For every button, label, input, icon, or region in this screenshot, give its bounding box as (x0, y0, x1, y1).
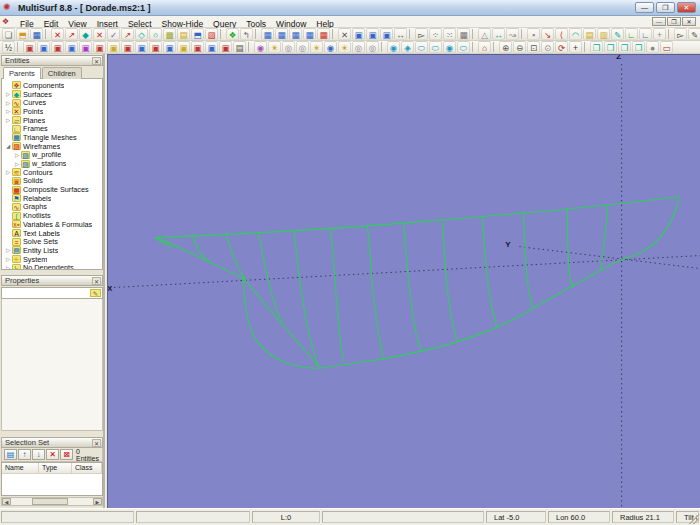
properties-edit-icon[interactable]: ✎ (90, 289, 101, 297)
view-2-icon[interactable]: ▦ (275, 28, 288, 40)
view-bottom-icon[interactable]: ⬭ (429, 41, 442, 53)
angle-icon[interactable]: ⟨ (555, 28, 568, 40)
pen-icon[interactable]: ✎ (688, 28, 700, 40)
rotate-view-icon[interactable]: ⟳ (555, 41, 568, 53)
snap-fine-icon[interactable]: ⁙ (443, 28, 456, 40)
show-children-icon[interactable]: ☀ (338, 41, 351, 53)
curvature-icon[interactable]: ↝ (506, 28, 519, 40)
expander-icon[interactable]: ▷ (13, 152, 21, 158)
insert-point-icon[interactable]: ▣ (23, 41, 36, 53)
view-5-icon[interactable]: ▦ (317, 28, 330, 40)
menu-file[interactable]: File (15, 19, 39, 29)
units-icon[interactable]: ½ (2, 41, 15, 53)
circle-tool-icon[interactable]: ○ (149, 28, 162, 40)
scroll-thumb[interactable] (32, 498, 68, 505)
tree-item-entity-lists[interactable]: ▷▤Entity Lists (2, 246, 102, 255)
home-view-icon[interactable]: ⌂ (478, 41, 491, 53)
surface-tool-icon[interactable]: ◆ (79, 28, 92, 40)
hide-other-icon[interactable]: ◎ (366, 41, 379, 53)
insert-bcurve-icon[interactable]: ▣ (51, 41, 64, 53)
clear-all-icon[interactable]: ⊠ (60, 449, 73, 460)
view-top-icon[interactable]: ⬭ (415, 41, 428, 53)
expander-icon[interactable]: ▷ (4, 91, 12, 97)
select-cursor-icon[interactable]: ▻ (415, 28, 428, 40)
move-up-icon[interactable]: ↑ (18, 449, 31, 460)
frame-icon[interactable]: ∟ (639, 28, 652, 40)
expander-icon[interactable]: ▷ (13, 161, 21, 167)
resize-grip[interactable] (689, 514, 699, 524)
blend-icon[interactable]: ▪ (527, 28, 540, 40)
column-name[interactable]: Name (2, 463, 39, 473)
menu-show-hide[interactable]: Show-Hide (157, 19, 209, 29)
expander-icon[interactable]: ▷ (4, 169, 12, 175)
tree-item-graphs[interactable]: ∿Graphs (2, 203, 102, 212)
tree-item-curves[interactable]: ▷∿Curves (2, 98, 102, 107)
child-minimize-button[interactable]: — (652, 17, 666, 26)
hide-sel-icon[interactable]: ◎ (352, 41, 365, 53)
new-window-icon[interactable]: ❐ (590, 41, 603, 53)
hide-all-icon[interactable]: ◎ (296, 41, 309, 53)
axes-icon[interactable]: ∟ (625, 28, 638, 40)
show-parents-icon[interactable]: ◉ (324, 41, 337, 53)
insert-ruled-icon[interactable]: ▣ (107, 41, 120, 53)
tree-item-variables-formulas[interactable]: X=Variables & Formulas (2, 220, 102, 229)
distance-icon[interactable]: ↔ (492, 28, 505, 40)
tree-item-surfaces[interactable]: ▷◆Surfaces (2, 90, 102, 99)
move-down-icon[interactable]: ↓ (32, 449, 45, 460)
tree-item-w-profile[interactable]: ▷▨w_profile (2, 151, 102, 160)
column-class[interactable]: Class (72, 463, 102, 473)
menu-select[interactable]: Select (123, 19, 157, 29)
tree-item-w-stations[interactable]: ▷▨w_stations (2, 159, 102, 168)
menu-edit[interactable]: Edit (39, 19, 64, 29)
selection-hscrollbar[interactable]: ◀ ▶ (1, 497, 103, 506)
insert-tube-icon[interactable]: ▣ (177, 41, 190, 53)
tree-item-components[interactable]: ❖Components (2, 81, 102, 90)
magnet-tool-icon[interactable]: ✓ (107, 28, 120, 40)
insert-surf-icon[interactable]: ▣ (93, 41, 106, 53)
insert-loft-icon[interactable]: ▣ (135, 41, 148, 53)
close-window-icon[interactable]: ▭ (660, 41, 673, 53)
insert-snake-icon[interactable]: ▣ (79, 41, 92, 53)
menu-window[interactable]: Window (271, 19, 311, 29)
move-icon[interactable]: ↔ (394, 28, 407, 40)
menu-view[interactable]: View (63, 19, 91, 29)
tree-item-no-dependents[interactable]: ▷↳No Dependents (2, 263, 102, 270)
view-persp-icon[interactable]: ◉ (443, 41, 456, 53)
frame-tool-icon[interactable]: ▤ (177, 28, 190, 40)
tree-item-points[interactable]: ▷✕Points (2, 107, 102, 116)
column-type[interactable]: Type (39, 463, 72, 473)
expander-icon[interactable]: ▷ (4, 265, 12, 270)
expander-icon[interactable]: ▷ (4, 256, 12, 262)
insert-sweep-icon[interactable]: ▣ (163, 41, 176, 53)
view-1-icon[interactable]: ▦ (261, 28, 274, 40)
bead-tool-icon[interactable]: ✕ (93, 28, 106, 40)
mesh-tool-icon[interactable]: ▩ (163, 28, 176, 40)
tree-item-knotlists[interactable]: ∫Knotlists (2, 211, 102, 220)
print-icon[interactable]: ▤ (233, 41, 246, 53)
show-all-icon[interactable]: ◉ (254, 41, 267, 53)
menu-insert[interactable]: Insert (92, 19, 123, 29)
insert-rev-icon[interactable]: ▣ (121, 41, 134, 53)
hide-icon[interactable]: ◎ (282, 41, 295, 53)
sphere-view-icon[interactable]: ● (646, 41, 659, 53)
insert-fillet-icon[interactable]: ▣ (191, 41, 204, 53)
copy-icon[interactable]: ▣ (352, 28, 365, 40)
edit-icon[interactable]: ✎ (611, 28, 624, 40)
open-file-icon[interactable]: ⬒ (16, 28, 29, 40)
scroll-left-icon[interactable]: ◀ (2, 498, 11, 505)
tile-vert-icon[interactable]: ❐ (632, 41, 645, 53)
scroll-right-icon[interactable]: ▶ (93, 498, 102, 505)
point-tool-icon[interactable]: ✕ (51, 28, 64, 40)
crosshair-icon[interactable]: + (653, 28, 666, 40)
tree-item-text-labels[interactable]: AText Labels (2, 229, 102, 238)
tree-item-composite-surfaces[interactable]: ▦Composite Surfaces (2, 185, 102, 194)
tree-item-relabels[interactable]: ⚑Relabels (2, 194, 102, 203)
back-icon[interactable]: ↰ (240, 28, 253, 40)
viewport[interactable]: XYZ (107, 54, 700, 508)
tree-item-wireframes[interactable]: ◢▨Wireframes (2, 142, 102, 151)
pan-icon[interactable]: + (569, 41, 582, 53)
tree-item-frames[interactable]: ∟Frames (2, 124, 102, 133)
plane-tool-icon[interactable]: ⬒ (191, 28, 204, 40)
ring-tool-icon[interactable]: ↗ (121, 28, 134, 40)
expander-icon[interactable]: ▷ (4, 100, 12, 106)
